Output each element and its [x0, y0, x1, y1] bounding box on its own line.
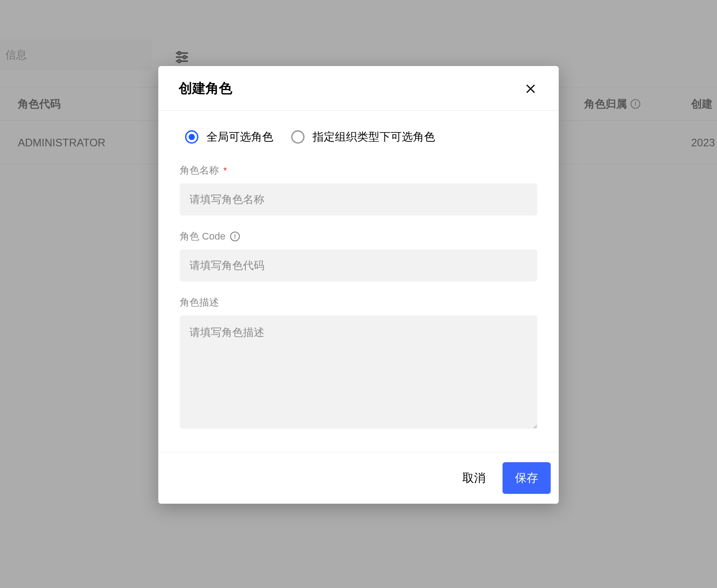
role-name-label: 角色名称 *	[180, 164, 537, 177]
create-role-modal: 创建角色 全局可选角色 指定组织类型下可选角色	[158, 66, 559, 504]
radio-label: 指定组织类型下可选角色	[313, 129, 435, 144]
role-description-field: 角色描述	[180, 296, 537, 431]
cancel-button[interactable]: 取消	[459, 465, 489, 491]
modal-title: 创建角色	[179, 79, 232, 98]
radio-icon	[291, 130, 305, 144]
modal-body: 全局可选角色 指定组织类型下可选角色 角色名称 * 角色 Code	[158, 111, 559, 452]
modal-footer: 取消 保存	[158, 452, 559, 504]
role-description-label: 角色描述	[180, 296, 537, 309]
save-button[interactable]: 保存	[503, 462, 551, 494]
required-mark: *	[223, 166, 227, 176]
role-name-input[interactable]	[180, 183, 537, 215]
radio-org-scope[interactable]: 指定组织类型下可选角色	[291, 129, 435, 144]
info-icon[interactable]	[230, 232, 240, 241]
role-description-input[interactable]	[180, 315, 537, 429]
role-code-label: 角色 Code	[180, 230, 537, 243]
close-button[interactable]	[523, 81, 538, 96]
radio-global-scope[interactable]: 全局可选角色	[185, 129, 273, 144]
modal-overlay[interactable]: 创建角色 全局可选角色 指定组织类型下可选角色	[0, 0, 717, 588]
radio-icon	[185, 130, 198, 144]
modal-header: 创建角色	[158, 66, 559, 111]
role-name-field: 角色名称 *	[180, 164, 537, 215]
radio-label: 全局可选角色	[206, 129, 273, 144]
scope-radio-group: 全局可选角色 指定组织类型下可选角色	[185, 129, 537, 144]
role-code-field: 角色 Code	[180, 230, 537, 282]
close-icon	[525, 83, 536, 95]
role-code-input[interactable]	[180, 249, 537, 282]
